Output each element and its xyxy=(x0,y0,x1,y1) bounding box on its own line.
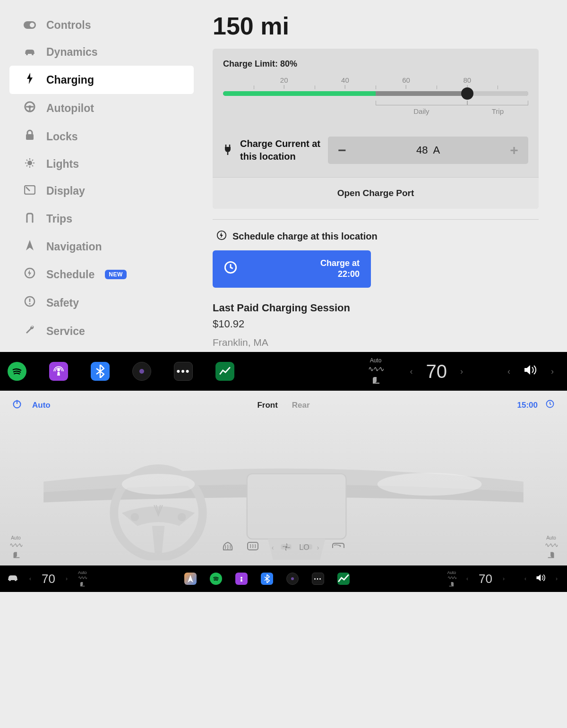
sidebar-item-software[interactable]: Software xyxy=(9,345,194,352)
climate-schedule-time[interactable]: 15:00 xyxy=(517,401,538,410)
bluetooth-icon[interactable] xyxy=(261,573,273,585)
defrost-rear-icon[interactable] xyxy=(246,541,259,554)
lights-icon xyxy=(24,158,36,171)
svg-point-39 xyxy=(378,473,482,496)
seat-heat-right[interactable]: Auto ∿∿∿ xyxy=(445,570,459,588)
vol-down-button[interactable]: ‹ xyxy=(504,367,514,377)
tab-front[interactable]: Front xyxy=(257,401,277,410)
sidebar-item-schedule[interactable]: Schedule NEW xyxy=(9,260,194,289)
fan-down-button[interactable]: ‹ xyxy=(272,544,274,551)
fan-speed-value: LO xyxy=(299,543,309,552)
dashcam-icon[interactable] xyxy=(286,573,299,585)
recirculate-icon[interactable] xyxy=(331,541,345,554)
sidebar-item-label: Display xyxy=(46,185,85,197)
sidebar-item-display[interactable]: Display xyxy=(9,178,194,205)
charge-current-label: Charge Current at this location xyxy=(240,137,320,163)
nav-app-icon[interactable] xyxy=(184,573,197,585)
charge-limit-label: Charge Limit: 80% xyxy=(223,59,528,69)
schedule-icon xyxy=(24,267,36,282)
dashcam-icon[interactable] xyxy=(132,362,151,381)
vol-up[interactable]: › xyxy=(553,575,560,582)
charge-at-button[interactable]: Charge at 22:00 xyxy=(213,250,371,288)
spotify-icon[interactable] xyxy=(210,573,222,585)
car-menu-icon[interactable] xyxy=(7,574,19,584)
sidebar-item-dynamics[interactable]: Dynamics xyxy=(9,39,194,66)
slider-fill xyxy=(223,91,376,96)
range-value: 150 mi xyxy=(213,12,539,40)
sidebar-item-locks[interactable]: Locks xyxy=(9,122,194,151)
climate-auto-button[interactable]: Auto xyxy=(32,401,51,410)
sidebar-item-label: Navigation xyxy=(46,240,102,253)
slider-thumb[interactable] xyxy=(461,87,473,100)
clock-icon[interactable] xyxy=(545,399,555,411)
svg-point-37 xyxy=(178,513,186,522)
temp-up-button[interactable]: › xyxy=(456,367,467,377)
seat-heat-left[interactable]: Auto ∿∿∿ xyxy=(75,570,90,588)
car-icon xyxy=(24,46,36,59)
vol-down[interactable]: ‹ xyxy=(522,575,529,582)
svg-point-1 xyxy=(30,23,34,27)
tab-rear[interactable]: Rear xyxy=(292,401,310,410)
current-decrement-button[interactable]: − xyxy=(328,142,356,158)
sidebar-item-safety[interactable]: Safety xyxy=(9,289,194,317)
trip-marker: Trip xyxy=(467,107,528,115)
temp-right-up[interactable]: › xyxy=(500,575,507,582)
sidebar-item-trips[interactable]: Trips xyxy=(9,205,194,233)
spotify-icon[interactable] xyxy=(8,362,26,381)
sidebar-item-label: Locks xyxy=(46,130,77,143)
svg-rect-6 xyxy=(26,134,34,140)
svg-point-43 xyxy=(15,579,17,581)
svg-line-13 xyxy=(32,165,33,166)
climate-power-button[interactable] xyxy=(12,399,22,411)
sidebar-item-charging[interactable]: Charging xyxy=(9,66,194,94)
volume-icon[interactable] xyxy=(534,574,548,584)
svg-point-18 xyxy=(32,222,34,223)
climate-panel: Auto Front Rear 15:00 xyxy=(0,391,567,565)
footer-seat-left[interactable]: Auto ∿∿∿ xyxy=(9,535,22,560)
charge-limit-slider[interactable]: 20 40 60 80 xyxy=(223,76,528,115)
stocks-icon[interactable] xyxy=(215,362,234,381)
stocks-icon[interactable] xyxy=(337,573,350,585)
svg-line-12 xyxy=(26,160,27,161)
svg-rect-32 xyxy=(247,474,346,539)
footer-seat-right[interactable]: Auto ∿∿∿ xyxy=(545,535,558,560)
sidebar-item-service[interactable]: Service xyxy=(9,317,194,345)
sidebar-item-autopilot[interactable]: Autopilot xyxy=(9,94,194,122)
current-increment-button[interactable]: + xyxy=(500,142,528,158)
sidebar-item-navigation[interactable]: Navigation xyxy=(9,233,194,260)
temp-down-button[interactable]: ‹ xyxy=(406,367,417,377)
svg-point-45 xyxy=(241,577,242,579)
charge-card: Charge Limit: 80% 20 40 60 80 xyxy=(213,49,539,209)
navigation-icon xyxy=(24,240,36,253)
plug-icon xyxy=(223,144,232,157)
seat-heater-left[interactable]: Auto ∿∿∿ xyxy=(368,357,384,385)
safety-icon xyxy=(24,296,36,310)
vol-up-button[interactable]: › xyxy=(547,367,558,377)
defrost-front-icon[interactable] xyxy=(222,540,234,555)
svg-point-7 xyxy=(27,161,32,165)
podcasts-icon[interactable] xyxy=(235,573,248,585)
fan-up-button[interactable]: › xyxy=(317,544,319,551)
temp-left-down[interactable]: ‹ xyxy=(26,575,34,582)
open-charge-port-button[interactable]: Open Charge Port xyxy=(213,177,539,209)
current-stepper: − 48 A + xyxy=(328,137,528,164)
bluetooth-icon[interactable] xyxy=(91,362,110,381)
schedule-bolt-icon xyxy=(216,230,227,243)
svg-line-15 xyxy=(26,165,27,166)
bottom-dock-bar: ‹ 70 › Auto ∿∿∿ ••• Auto ∿∿∿ ‹ 70 › ‹ › xyxy=(0,565,567,592)
sidebar-item-lights[interactable]: Lights xyxy=(9,151,194,178)
settings-sidebar: Controls Dynamics Charging Autopilot Loc… xyxy=(9,12,194,352)
more-apps-icon[interactable]: ••• xyxy=(174,362,193,381)
slider-track[interactable] xyxy=(223,91,528,96)
temp-right-down[interactable]: ‹ xyxy=(464,575,471,582)
temp-left-up[interactable]: › xyxy=(63,575,70,582)
sidebar-item-label: Safety xyxy=(46,297,79,309)
last-session-location: Franklin, MA xyxy=(213,337,268,348)
fan-icon xyxy=(281,542,292,554)
sidebar-item-label: Controls xyxy=(46,19,91,32)
new-badge: NEW xyxy=(105,270,127,279)
sidebar-item-controls[interactable]: Controls xyxy=(9,12,194,39)
volume-icon[interactable] xyxy=(524,364,538,378)
more-apps-icon[interactable]: ••• xyxy=(312,573,324,585)
podcasts-icon[interactable] xyxy=(49,362,68,381)
